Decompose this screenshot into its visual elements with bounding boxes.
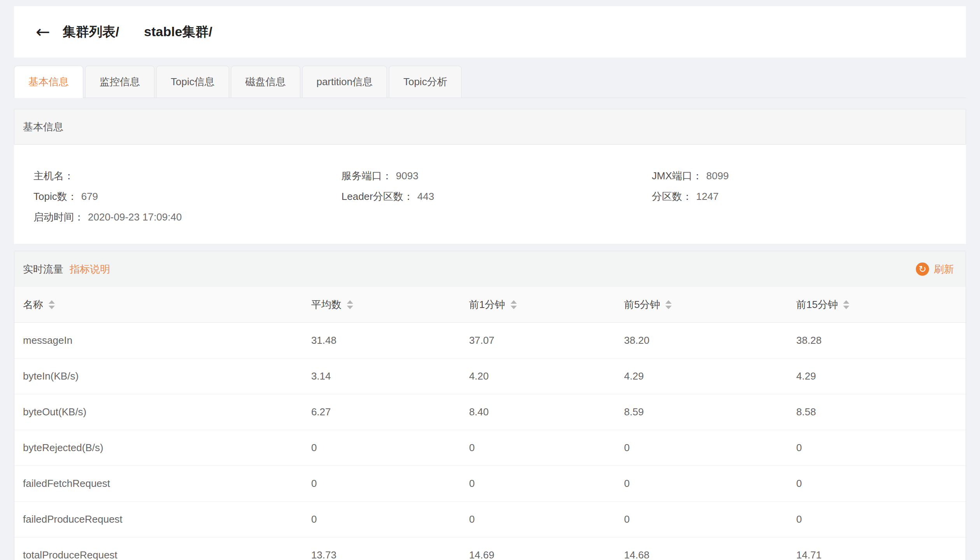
refresh-button[interactable]: ↻ 刷新 (916, 262, 954, 276)
info-field-label: 分区数： (652, 190, 692, 203)
cell-metric-name: byteIn(KB/s) (14, 358, 303, 394)
cell-last-5min: 0 (616, 430, 788, 466)
cell-last-5min: 8.59 (616, 394, 788, 430)
cell-last-1min: 8.40 (460, 394, 616, 430)
sort-ascending-icon (49, 300, 55, 304)
cell-metric-name: failedProduceRequest (14, 501, 303, 537)
cell-last-1min: 0 (460, 466, 616, 501)
info-field-label: 启动时间： (33, 210, 84, 224)
info-field-label: 服务端口： (341, 169, 392, 183)
tab-label: 监控信息 (100, 75, 140, 89)
info-field-value: 443 (417, 191, 434, 203)
cell-last-1min: 37.07 (460, 322, 616, 358)
tab[interactable]: 磁盘信息 (231, 66, 300, 98)
realtime-traffic-title: 实时流量 (23, 262, 63, 276)
sort-descending-icon (665, 306, 672, 309)
info-field-label: Leader分区数： (341, 190, 413, 203)
info-field-label: Topic数： (33, 190, 77, 203)
cell-average: 6.27 (303, 394, 460, 430)
refresh-button-label: 刷新 (934, 262, 954, 276)
sort-icon[interactable] (49, 300, 55, 309)
cell-last-5min: 14.68 (616, 537, 788, 560)
cell-last-15min: 8.58 (788, 394, 966, 430)
sort-ascending-icon (843, 300, 849, 304)
column-header-label: 前15分钟 (796, 298, 838, 312)
sort-ascending-icon (511, 300, 517, 304)
cell-metric-name: byteOut(KB/s) (14, 394, 303, 430)
breadcrumb-suffix: stable集群/ (144, 23, 212, 41)
cell-last-15min: 0 (788, 501, 966, 537)
column-header[interactable]: 前5分钟 (616, 287, 788, 322)
sort-icon[interactable] (665, 300, 672, 309)
sort-descending-icon (49, 306, 55, 309)
sort-icon[interactable] (511, 300, 517, 309)
cell-last-1min: 4.20 (460, 358, 616, 394)
cell-last-15min: 14.71 (788, 537, 966, 560)
info-field: 服务端口： 9093 (341, 166, 652, 186)
realtime-traffic-header: 实时流量 指标说明 ↻ 刷新 (14, 251, 966, 287)
cell-last-5min: 0 (616, 501, 788, 537)
tab[interactable]: 监控信息 (85, 66, 154, 98)
cell-average: 3.14 (303, 358, 460, 394)
cell-average: 0 (303, 501, 460, 537)
cell-last-1min: 0 (460, 501, 616, 537)
info-field-value: 9093 (396, 170, 418, 182)
basic-info-panel-header: 基本信息 (14, 109, 966, 145)
sort-descending-icon (347, 306, 353, 309)
tab-label: Topic分析 (403, 75, 447, 89)
info-field-label: 主机名： (33, 169, 74, 183)
info-field-value (78, 170, 128, 182)
basic-info-body: 主机名： 服务端口： 9093 JMX端口： 8099 Topic数： 679 … (14, 145, 966, 244)
table-body: messageIn 31.48 37.07 38.20 38.28 byteIn… (14, 322, 966, 560)
cell-last-15min: 38.28 (788, 322, 966, 358)
table-row: failedProduceRequest 0 0 0 0 (14, 501, 966, 537)
column-header[interactable]: 前1分钟 (460, 287, 616, 322)
tab[interactable]: Topic分析 (389, 66, 462, 98)
column-header[interactable]: 平均数 (303, 287, 460, 322)
info-field: JMX端口： 8099 (652, 166, 966, 186)
column-header-label: 平均数 (311, 298, 341, 312)
info-field-label: JMX端口： (652, 169, 702, 183)
cell-last-5min: 0 (616, 466, 788, 501)
page-header: ← 集群列表/stable集群/ (14, 6, 966, 58)
sort-descending-icon (511, 306, 517, 309)
cell-last-1min: 0 (460, 430, 616, 466)
column-header-label: 名称 (23, 298, 43, 312)
info-field: 分区数： 1247 (652, 186, 966, 207)
column-header[interactable]: 名称 (14, 287, 303, 322)
cell-average: 13.73 (303, 537, 460, 560)
info-field-value: 1247 (696, 191, 719, 203)
table-row: byteIn(KB/s) 3.14 4.20 4.29 4.29 (14, 358, 966, 394)
sort-ascending-icon (347, 300, 353, 304)
cell-metric-name: messageIn (14, 322, 303, 358)
cell-last-1min: 14.69 (460, 537, 616, 560)
cell-last-5min: 38.20 (616, 322, 788, 358)
basic-info-panel: 基本信息 主机名： 服务端口： 9093 JMX端口： 8099 Topic数：… (14, 109, 966, 244)
cell-metric-name: totalProduceRequest (14, 537, 303, 560)
column-header[interactable]: 前15分钟 (788, 287, 966, 322)
basic-info-section-title: 基本信息 (23, 120, 63, 134)
column-header-label: 前1分钟 (469, 298, 505, 312)
table-row: messageIn 31.48 37.07 38.20 38.28 (14, 322, 966, 358)
realtime-traffic-panel: 实时流量 指标说明 ↻ 刷新 名称 (14, 251, 966, 560)
sort-icon[interactable] (347, 300, 353, 309)
cell-metric-name: byteRejected(B/s) (14, 430, 303, 466)
back-button[interactable]: ← (36, 23, 50, 40)
info-field: 主机名： (33, 166, 341, 186)
info-field: Topic数： 679 (33, 186, 341, 207)
cell-last-15min: 0 (788, 430, 966, 466)
cell-last-15min: 0 (788, 466, 966, 501)
tab[interactable]: partition信息 (302, 66, 387, 98)
cell-last-5min: 4.29 (616, 358, 788, 394)
cell-average: 31.48 (303, 322, 460, 358)
tab-bar: 基本信息 监控信息 Topic信息 磁盘信息 partition信息 Topic… (14, 65, 966, 98)
cell-last-15min: 4.29 (788, 358, 966, 394)
info-field: Leader分区数： 443 (341, 186, 652, 207)
tab[interactable]: 基本信息 (14, 66, 83, 98)
column-header-label: 前5分钟 (624, 298, 660, 312)
info-field-value: 8099 (706, 170, 729, 182)
tab[interactable]: Topic信息 (156, 66, 229, 98)
metric-description-link[interactable]: 指标说明 (70, 262, 110, 276)
sort-icon[interactable] (843, 300, 849, 309)
cell-average: 0 (303, 466, 460, 501)
